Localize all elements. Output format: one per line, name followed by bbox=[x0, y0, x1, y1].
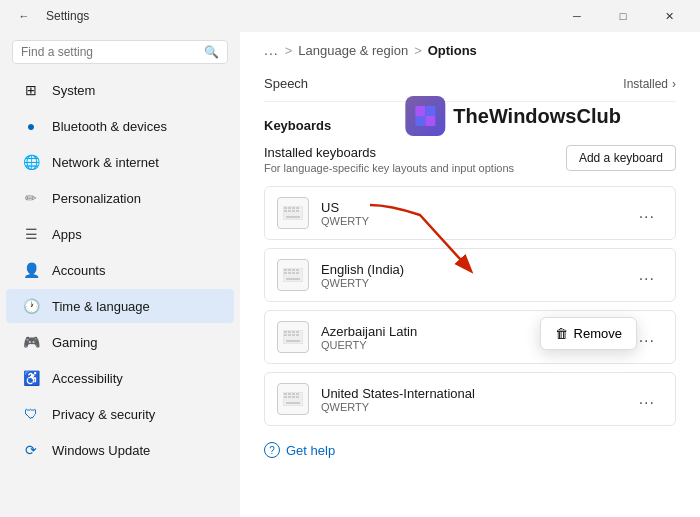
keyboard-item-us-international: United States-International QWERTY ... bbox=[264, 372, 676, 426]
search-input[interactable] bbox=[21, 45, 198, 59]
keyboard-layout-english-india: QWERTY bbox=[321, 277, 404, 289]
maximize-button[interactable]: □ bbox=[600, 0, 646, 32]
get-help-label: Get help bbox=[286, 443, 335, 458]
svg-rect-37 bbox=[292, 393, 295, 395]
sidebar-item-accounts[interactable]: 👤 Accounts bbox=[6, 253, 234, 287]
bluetooth-icon: ● bbox=[22, 117, 40, 135]
keyboard-item-azerbaijani: Azerbaijani Latin QUERTY ... 🗑 Remove bbox=[264, 310, 676, 364]
svg-rect-40 bbox=[288, 396, 291, 398]
sidebar-item-system[interactable]: ⊞ System bbox=[6, 73, 234, 107]
app-title: Settings bbox=[46, 9, 89, 23]
update-icon: ⟳ bbox=[22, 441, 40, 459]
sidebar-label-network: Network & internet bbox=[52, 155, 159, 170]
keyboard-more-us[interactable]: ... bbox=[631, 200, 663, 226]
remove-popup[interactable]: 🗑 Remove bbox=[540, 317, 637, 350]
breadcrumb-dots: ... bbox=[264, 42, 279, 58]
keyboard-name-us: US bbox=[321, 200, 369, 215]
search-icon: 🔍 bbox=[204, 45, 219, 59]
personalization-icon: ✏ bbox=[22, 189, 40, 207]
speech-row[interactable]: Speech Installed › bbox=[264, 66, 676, 102]
sidebar-label-apps: Apps bbox=[52, 227, 82, 242]
keyboards-header: Installed keyboards For language-specifi… bbox=[264, 145, 676, 174]
svg-rect-21 bbox=[292, 272, 295, 274]
breadcrumb-current: Options bbox=[428, 43, 477, 58]
svg-rect-7 bbox=[292, 207, 295, 209]
breadcrumb-language-region[interactable]: Language & region bbox=[298, 43, 408, 58]
sidebar-item-privacy[interactable]: 🛡 Privacy & security bbox=[6, 397, 234, 431]
svg-rect-25 bbox=[284, 331, 287, 333]
keyboard-name-english-india: English (India) bbox=[321, 262, 404, 277]
installed-keyboards-title: Installed keyboards bbox=[264, 145, 514, 160]
close-button[interactable]: ✕ bbox=[646, 0, 692, 32]
keyboard-layout-us: QWERTY bbox=[321, 215, 369, 227]
sidebar-item-accessibility[interactable]: ♿ Accessibility bbox=[6, 361, 234, 395]
sidebar-label-privacy: Privacy & security bbox=[52, 407, 155, 422]
svg-rect-31 bbox=[292, 334, 295, 336]
keyboard-item-us: US QWERTY ... bbox=[264, 186, 676, 240]
svg-rect-0 bbox=[415, 106, 425, 116]
svg-rect-35 bbox=[284, 393, 287, 395]
title-bar-left: ← Settings bbox=[8, 0, 89, 32]
sidebar-item-time[interactable]: 🕐 Time & language bbox=[6, 289, 234, 323]
svg-rect-27 bbox=[292, 331, 295, 333]
close-icon: ✕ bbox=[665, 10, 674, 23]
get-help-icon: ? bbox=[264, 442, 280, 458]
svg-rect-18 bbox=[296, 269, 299, 271]
maximize-icon: □ bbox=[620, 10, 627, 22]
content-body: TheWindowsClub Speech Installed › Keyboa… bbox=[240, 66, 700, 517]
svg-rect-30 bbox=[288, 334, 291, 336]
keyboard-info-english-india: English (India) QWERTY bbox=[321, 262, 404, 289]
keyboards-header-info: Installed keyboards For language-specifi… bbox=[264, 145, 514, 174]
network-icon: 🌐 bbox=[22, 153, 40, 171]
minimize-icon: ─ bbox=[573, 10, 581, 22]
minimize-button[interactable]: ─ bbox=[554, 0, 600, 32]
svg-rect-43 bbox=[286, 402, 300, 404]
svg-rect-32 bbox=[296, 334, 299, 336]
sidebar-item-gaming[interactable]: 🎮 Gaming bbox=[6, 325, 234, 359]
get-help-link[interactable]: ? Get help bbox=[264, 442, 676, 458]
svg-rect-5 bbox=[284, 207, 287, 209]
keyboard-icon-english-india bbox=[277, 259, 309, 291]
keyboard-more-us-international[interactable]: ... bbox=[631, 386, 663, 412]
sidebar-item-apps[interactable]: ☰ Apps bbox=[6, 217, 234, 251]
back-button[interactable]: ← bbox=[8, 0, 40, 32]
window-controls: ─ □ ✕ bbox=[554, 0, 692, 32]
sidebar-item-network[interactable]: 🌐 Network & internet bbox=[6, 145, 234, 179]
svg-rect-38 bbox=[296, 393, 299, 395]
svg-rect-41 bbox=[292, 396, 295, 398]
sidebar-item-bluetooth[interactable]: ● Bluetooth & devices bbox=[6, 109, 234, 143]
main-layout: 🔍 ⊞ System ● Bluetooth & devices 🌐 Netwo… bbox=[0, 32, 700, 517]
keyboards-section-title: Keyboards bbox=[264, 118, 676, 133]
svg-rect-42 bbox=[296, 396, 299, 398]
sidebar-item-update[interactable]: ⟳ Windows Update bbox=[6, 433, 234, 467]
keyboard-more-english-india[interactable]: ... bbox=[631, 262, 663, 288]
breadcrumb-sep2: > bbox=[414, 43, 422, 58]
keyboard-layout-us-international: QWERTY bbox=[321, 401, 475, 413]
time-icon: 🕐 bbox=[22, 297, 40, 315]
sidebar-label-time: Time & language bbox=[52, 299, 150, 314]
svg-rect-1 bbox=[425, 106, 435, 116]
breadcrumb-sep1: > bbox=[285, 43, 293, 58]
add-keyboard-button[interactable]: Add a keyboard bbox=[566, 145, 676, 171]
accounts-icon: 👤 bbox=[22, 261, 40, 279]
search-box[interactable]: 🔍 bbox=[12, 40, 228, 64]
keyboard-name-azerbaijani: Azerbaijani Latin bbox=[321, 324, 417, 339]
sidebar-item-personalization[interactable]: ✏ Personalization bbox=[6, 181, 234, 215]
svg-rect-19 bbox=[284, 272, 287, 274]
svg-rect-8 bbox=[296, 207, 299, 209]
svg-rect-36 bbox=[288, 393, 291, 395]
title-bar: ← Settings ─ □ ✕ bbox=[0, 0, 700, 32]
back-icon: ← bbox=[19, 10, 30, 22]
keyboard-item-english-india: English (India) QWERTY ... bbox=[264, 248, 676, 302]
svg-rect-17 bbox=[292, 269, 295, 271]
apps-icon: ☰ bbox=[22, 225, 40, 243]
svg-rect-20 bbox=[288, 272, 291, 274]
sidebar-label-personalization: Personalization bbox=[52, 191, 141, 206]
svg-rect-11 bbox=[292, 210, 295, 212]
remove-label: Remove bbox=[574, 326, 622, 341]
svg-rect-9 bbox=[284, 210, 287, 212]
keyboard-info-us: US QWERTY bbox=[321, 200, 369, 227]
sidebar: 🔍 ⊞ System ● Bluetooth & devices 🌐 Netwo… bbox=[0, 32, 240, 517]
sidebar-label-accessibility: Accessibility bbox=[52, 371, 123, 386]
svg-rect-39 bbox=[284, 396, 287, 398]
